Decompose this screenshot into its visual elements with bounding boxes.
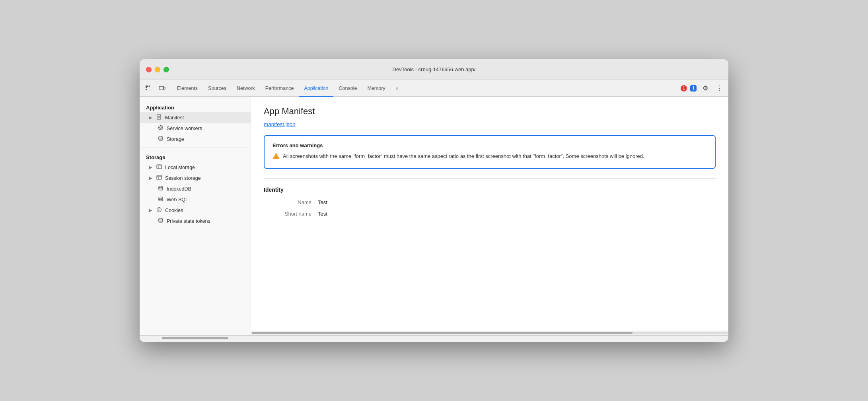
error-badge[interactable]: 1 (681, 85, 687, 91)
message-badge[interactable]: 1 (690, 85, 697, 91)
content-bottom-space (251, 336, 728, 342)
sidebar-item-web-sql[interactable]: Web SQL (140, 194, 251, 205)
local-storage-expand-icon: ▶ (149, 165, 152, 169)
short-name-label: Short name (264, 211, 311, 217)
errors-warnings-box: Errors and warnings ! All screenshots wi… (264, 135, 716, 169)
sidebar-item-cookies[interactable]: ▶ Cookies (140, 205, 251, 216)
sidebar: Application ▶ Manifest (140, 97, 251, 335)
svg-point-26 (157, 208, 162, 212)
tab-memory[interactable]: Memory (362, 80, 390, 97)
error-count-badge: 1 (681, 85, 687, 91)
sidebar-divider (140, 148, 251, 148)
window-title: DevTools - crbug-1476656.web.app/ (393, 66, 476, 72)
sidebar-item-private-state-tokens[interactable]: Private state tokens (140, 216, 251, 226)
sidebar-item-indexeddb[interactable]: IndexedDB (140, 183, 251, 194)
application-section-header: Application (140, 101, 251, 112)
content-scroll: App Manifest manifest.json Errors and wa… (251, 97, 728, 331)
manifest-icon (156, 114, 162, 121)
toolbar: Elements Sources Network Performance App… (140, 80, 728, 97)
svg-rect-0 (146, 86, 147, 87)
sidebar-item-manifest[interactable]: ▶ Manifest (140, 112, 251, 123)
error-message-text: All screenshots with the same "form_fact… (283, 152, 644, 160)
content-scrollbar[interactable] (251, 331, 728, 335)
tab-application[interactable]: Application (299, 80, 333, 97)
name-label: Name (264, 199, 311, 205)
sidebar-item-service-workers-label: Service workers (167, 126, 202, 131)
identity-section: Identity Name Test Short name Test (264, 178, 716, 217)
sidebar-item-manifest-label: Manifest (165, 115, 184, 121)
title-bar: DevTools - crbug-1476656.web.app/ (140, 59, 728, 80)
tab-more[interactable]: » (391, 80, 403, 97)
svg-point-27 (158, 209, 159, 210)
warning-triangle-icon: ! (272, 153, 280, 162)
svg-rect-5 (159, 86, 163, 90)
settings-icon[interactable]: ⚙ (700, 83, 711, 94)
svg-rect-18 (157, 165, 162, 169)
sidebar-item-local-storage-label: Local storage (165, 165, 195, 170)
sidebar-scrollbar-area[interactable] (140, 337, 251, 342)
local-storage-icon (156, 164, 162, 171)
svg-point-24 (159, 186, 163, 188)
svg-point-12 (160, 127, 162, 128)
identity-row-short-name: Short name Test (264, 211, 716, 217)
sidebar-item-indexeddb-label: IndexedDB (167, 186, 191, 192)
svg-rect-2 (149, 86, 150, 87)
identity-title: Identity (264, 187, 716, 193)
svg-point-30 (160, 209, 160, 209)
sidebar-item-local-storage[interactable]: ▶ Local storage (140, 162, 251, 173)
sidebar-bottom-scrollbar[interactable] (140, 336, 251, 342)
minimize-button[interactable] (155, 67, 160, 72)
more-options-icon[interactable]: ⋮ (714, 83, 725, 94)
main-area: Application ▶ Manifest (140, 97, 728, 335)
toolbar-right: 1 1 ⚙ ⋮ (681, 83, 725, 94)
short-name-value: Test (318, 211, 327, 217)
tab-console[interactable]: Console (334, 80, 362, 97)
svg-rect-3 (146, 87, 147, 88)
close-button[interactable] (146, 67, 152, 72)
svg-rect-21 (157, 175, 162, 179)
sidebar-item-storage-app[interactable]: Storage (140, 134, 251, 144)
maximize-button[interactable] (163, 67, 169, 72)
tab-network[interactable]: Network (232, 80, 260, 97)
devtools-window: DevTools - crbug-1476656.web.app/ (140, 59, 728, 342)
private-state-tokens-icon (158, 218, 163, 224)
sidebar-item-web-sql-label: Web SQL (167, 197, 188, 202)
bottom-bar (140, 335, 728, 342)
web-sql-icon (158, 196, 163, 203)
tab-performance[interactable]: Performance (261, 80, 299, 97)
errors-title: Errors and warnings (272, 142, 707, 148)
storage-app-icon (158, 136, 163, 142)
svg-point-25 (159, 197, 163, 199)
session-storage-expand-icon: ▶ (149, 176, 152, 180)
sidebar-item-session-storage-label: Session storage (165, 175, 201, 181)
svg-point-31 (158, 210, 159, 211)
error-item: ! All screenshots with the same "form_fa… (272, 152, 707, 162)
sidebar-item-session-storage[interactable]: ▶ Session storage (140, 173, 251, 183)
sidebar-scrollbar-thumb[interactable] (162, 337, 228, 339)
sidebar-item-service-workers[interactable]: Service workers (140, 123, 251, 134)
cursor-icon[interactable] (143, 83, 154, 94)
tab-sources[interactable]: Sources (203, 80, 231, 97)
svg-rect-1 (147, 86, 148, 87)
indexeddb-icon (158, 185, 163, 192)
cookies-expand-icon: ▶ (149, 208, 152, 212)
name-value: Test (318, 199, 327, 205)
service-workers-icon (158, 125, 163, 132)
sidebar-item-cookies-label: Cookies (165, 208, 183, 213)
expand-icon: ▶ (149, 115, 152, 120)
toolbar-icons (143, 83, 167, 94)
tab-elements[interactable]: Elements (172, 80, 202, 97)
device-icon[interactable] (156, 83, 167, 94)
storage-section-header: Storage (140, 151, 251, 162)
identity-row-name: Name Test (264, 199, 716, 205)
svg-point-32 (159, 218, 163, 220)
content-scrollbar-track[interactable] (252, 332, 728, 334)
svg-rect-6 (164, 87, 165, 89)
sidebar-item-storage-app-label: Storage (167, 136, 184, 142)
content-scrollbar-thumb[interactable] (252, 332, 633, 334)
manifest-link[interactable]: manifest.json (264, 121, 296, 127)
content-area: App Manifest manifest.json Errors and wa… (251, 97, 728, 335)
cookies-icon (156, 207, 162, 214)
session-storage-icon (156, 175, 162, 181)
traffic-lights (140, 67, 169, 72)
